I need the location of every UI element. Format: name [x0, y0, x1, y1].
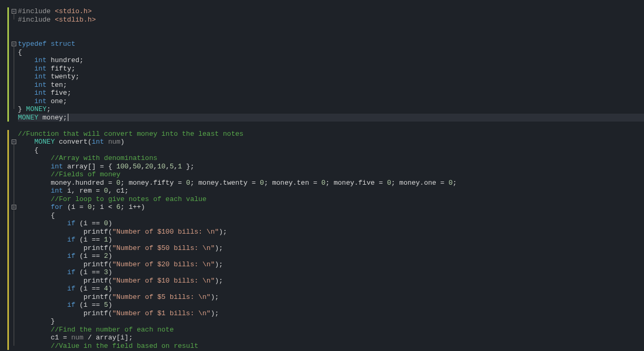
code-line[interactable]: printf("Number of $50 bills: \n");: [18, 244, 644, 253]
code-line[interactable]: money.hundred = 0; money.fifty = 0; mone…: [18, 179, 644, 187]
code-line[interactable]: typedef struct: [18, 40, 644, 48]
text-caret: [68, 114, 68, 121]
code-line[interactable]: if (i == 5): [18, 301, 644, 309]
code-line[interactable]: if (i == 0): [18, 219, 644, 228]
code-line[interactable]: if (i == 4): [18, 285, 644, 293]
code-line[interactable]: {: [18, 48, 644, 57]
code-line[interactable]: //Value in the field based on result: [18, 342, 644, 350]
code-line[interactable]: if (i == 2): [18, 252, 644, 260]
code-line[interactable]: int hundred;: [18, 56, 644, 65]
code-line[interactable]: if (i == 1): [18, 236, 644, 244]
code-line[interactable]: int five;: [18, 89, 644, 97]
code-line[interactable]: int fifty;: [18, 65, 644, 73]
code-line[interactable]: int twenty;: [18, 73, 644, 81]
code-line[interactable]: #include <stdlib.h>: [18, 16, 644, 24]
code-line[interactable]: printf("Number of $5 bills: \n");: [18, 293, 644, 302]
code-line[interactable]: //Find the number of each note: [18, 326, 644, 334]
code-line[interactable]: {: [18, 212, 644, 220]
code-content[interactable]: #include <stdio.h>#include <stdlib.h>typ…: [18, 0, 644, 351]
code-editor[interactable]: −−−− #include <stdio.h>#include <stdlib.…: [0, 0, 644, 351]
fold-guide: [14, 209, 14, 321]
code-line[interactable]: //Function that will convert money into …: [18, 130, 644, 138]
code-line[interactable]: int ten;: [18, 81, 644, 89]
code-line[interactable]: if (i == 3): [18, 268, 644, 277]
code-line[interactable]: printf("Number of $10 bills: \n");: [18, 277, 644, 285]
code-line[interactable]: MONEY money;: [18, 114, 644, 122]
code-line[interactable]: //Array with denominations: [18, 154, 644, 163]
code-line[interactable]: {: [18, 146, 644, 155]
code-line[interactable]: int array[] = { 100,50,20,10,5,1 };: [18, 163, 644, 171]
code-line[interactable]: int one;: [18, 97, 644, 106]
code-line[interactable]: //For loop to give notes of each value: [18, 195, 644, 204]
code-line[interactable]: //Fields of money: [18, 171, 644, 179]
code-line[interactable]: printf("Number of $100 bills: \n");: [18, 228, 644, 236]
code-line[interactable]: #include <stdio.h>: [18, 7, 644, 16]
code-line[interactable]: c1 = num / array[i];: [18, 334, 644, 342]
gutter: −−−−: [0, 0, 18, 351]
code-line[interactable]: } MONEY;: [18, 105, 644, 114]
code-line[interactable]: MONEY convert(int num): [18, 138, 644, 146]
change-marker: [7, 130, 9, 350]
code-line[interactable]: printf("Number of $20 bills: \n");: [18, 260, 644, 269]
code-line[interactable]: for (i = 0; i < 6; i++): [18, 203, 644, 212]
change-marker: [7, 7, 9, 122]
code-line[interactable]: [18, 32, 644, 41]
code-line[interactable]: [18, 122, 644, 130]
fold-guide: [14, 13, 14, 19]
fold-guide: [14, 46, 14, 109]
code-line[interactable]: int i, rem = 0, c1;: [18, 187, 644, 195]
code-line[interactable]: }: [18, 317, 644, 326]
code-line[interactable]: printf("Number of $1 bills: \n");: [18, 309, 644, 318]
code-line[interactable]: [18, 24, 644, 32]
